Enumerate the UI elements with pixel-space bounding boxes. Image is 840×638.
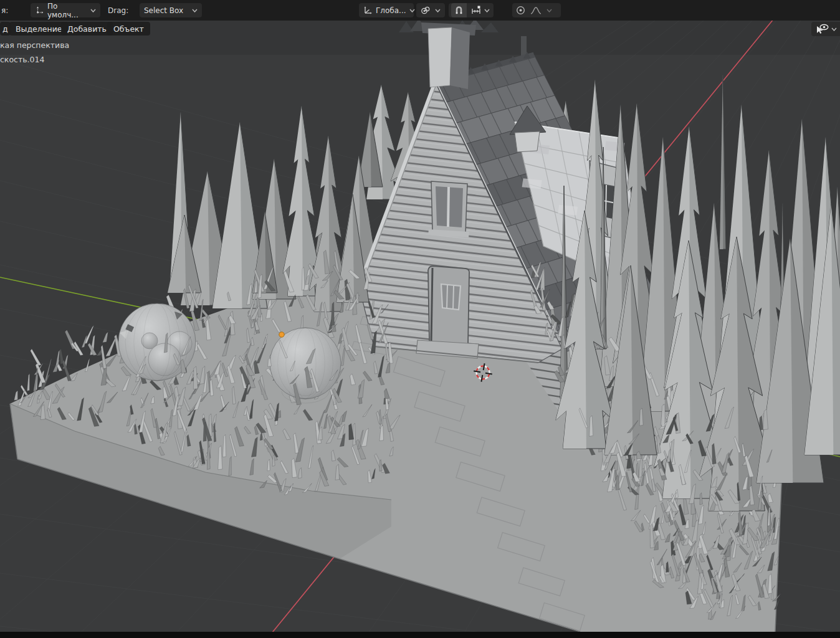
gizmo-dropdown-label: По умолч...	[47, 2, 87, 19]
gizmo-dropdown[interactable]: По умолч...	[31, 3, 100, 17]
magnet-icon	[454, 6, 464, 15]
snap-increment-icon	[471, 6, 482, 15]
cabin-window	[428, 181, 469, 237]
menu-add[interactable]: Добавить	[61, 22, 113, 36]
window-bottom-edge	[0, 632, 840, 638]
proportional-editing-controls[interactable]	[512, 3, 561, 17]
viewport-perspective-label: кая перспектива	[0, 42, 69, 50]
tool-settings-header: я: По умолч... Drag: Select Box	[0, 0, 840, 21]
drag-mode-label: Select Box	[144, 6, 183, 15]
pivot-point-icon	[421, 6, 431, 15]
snapping-controls[interactable]	[449, 3, 494, 17]
tool-settings-left-label: я:	[1, 0, 8, 21]
chevron-down-icon	[484, 9, 490, 12]
chevron-down-icon	[435, 9, 441, 12]
object-visibility-dropdown[interactable]	[811, 22, 840, 36]
transform-orientation-dropdown[interactable]: Глоба...	[359, 3, 414, 17]
snap-target-dropdown[interactable]	[468, 3, 493, 17]
snap-toggle[interactable]	[451, 3, 467, 17]
menu-select[interactable]: Выделение	[9, 22, 68, 36]
cursor-eye-visibility-icon	[815, 24, 829, 35]
chevron-down-icon	[192, 9, 198, 12]
drag-label: Drag:	[108, 0, 128, 21]
chevron-down-icon	[409, 9, 415, 12]
gizmo-axes-icon	[35, 6, 44, 15]
chevron-down-icon	[546, 9, 552, 12]
orientation-label: Глоба...	[376, 6, 406, 15]
falloff-curve-icon	[530, 6, 542, 15]
menu-object[interactable]: Объект	[107, 22, 150, 36]
chevron-down-icon	[831, 27, 837, 31]
blender-window: кая перспектива скость.014 я: По умолч..…	[0, 0, 840, 638]
pivot-point-dropdown[interactable]	[416, 3, 445, 17]
orientation-axes-icon	[363, 6, 373, 15]
viewport-3d-scene[interactable]	[0, 0, 840, 638]
object-origin-dot	[279, 332, 284, 337]
drag-mode-dropdown[interactable]: Select Box	[140, 3, 202, 17]
active-object-name-label: скость.014	[0, 56, 44, 64]
chevron-down-icon	[90, 9, 96, 12]
proportional-edit-icon	[516, 6, 525, 15]
